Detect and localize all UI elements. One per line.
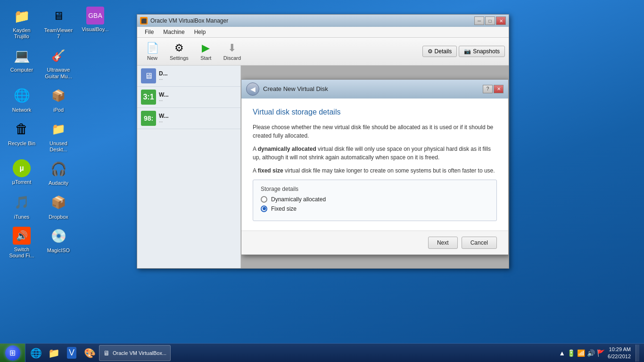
- snapshots-label: Snapshots: [473, 48, 500, 55]
- storage-details-box: Storage details Dynamically allocated Fi…: [253, 180, 497, 221]
- dialog-title-left: ◀ Create New Virtual Disk: [246, 82, 328, 96]
- new-button[interactable]: 📄 New: [141, 40, 164, 63]
- option-dynamic-label: Dynamically allocated: [271, 196, 326, 203]
- titlebar-left: ⬛ Oracle VM VirtualBox Manager: [140, 17, 228, 25]
- vbox-titlebar: ⬛ Oracle VM VirtualBox Manager ─ □ ✕: [137, 15, 509, 27]
- discard-button[interactable]: ⬇ Discard: [219, 40, 245, 63]
- vbox-detail: ◀ Create New Virtual Disk ? ✕ Virtual di…: [241, 66, 509, 268]
- vm-status-3: ···: [159, 119, 169, 124]
- tray-flag-icon: 🚩: [597, 349, 605, 357]
- dialog-close-button[interactable]: ✕: [494, 85, 504, 93]
- menu-machine[interactable]: Machine: [159, 28, 188, 36]
- new-icon: 📄: [146, 42, 159, 54]
- dropbox-icon: 📦: [49, 193, 68, 212]
- windows-orb: ⊞: [5, 346, 20, 361]
- desktop-icon-unused[interactable]: 📁 UnusedDeskt...: [41, 118, 75, 155]
- desktop-icon-label: Audacity: [49, 180, 68, 186]
- vm-icon-1: 🖥: [141, 68, 156, 83]
- maximize-button[interactable]: □: [485, 16, 495, 25]
- vbox-controls: ─ □ ✕: [474, 16, 506, 25]
- desktop-icon-label: iPod: [53, 107, 64, 113]
- vm-list-item-1[interactable]: 🖥 D... ···: [137, 66, 240, 87]
- clock-time: 10:29 AM: [608, 346, 631, 353]
- desktop-icon-label: iTunes: [14, 214, 30, 220]
- switchsound-icon: 🔊: [13, 227, 31, 245]
- desktop-icon-network[interactable]: 🌐 Network: [5, 84, 39, 115]
- start-button[interactable]: ▶ Start: [195, 40, 217, 63]
- dialog-heading: Virtual disk storage details: [253, 108, 497, 116]
- taskbar-ie-button[interactable]: 🌐: [27, 345, 44, 362]
- desktop-icon-computer[interactable]: 💻 Computer: [5, 44, 39, 81]
- dialog-help-button[interactable]: ?: [483, 85, 493, 93]
- desktop-icon-label: µTorrent: [12, 179, 32, 185]
- radio-fixed[interactable]: [261, 206, 267, 212]
- discard-icon: ⬇: [228, 42, 236, 54]
- vm-name-3: W...: [159, 113, 169, 119]
- option-fixed[interactable]: Fixed size: [261, 206, 489, 212]
- desktop-icon-label: UltrawaveGuitar Mu...: [45, 67, 72, 79]
- vm-info-2: W... ···: [159, 91, 169, 103]
- taskbar-vbox-app[interactable]: 🖥 Oracle VM VirtualBox...: [99, 345, 171, 361]
- vbox-toolbar: 📄 New ⚙ Settings ▶ Start ⬇ Discard: [137, 38, 509, 66]
- menu-help[interactable]: Help: [190, 28, 210, 36]
- taskbar-right: ▲ 🔋 📶 🔊 🚩 10:29 AM 6/22/2012: [554, 345, 644, 362]
- desktop-icon-utorrent[interactable]: µ µTorrent: [5, 157, 39, 188]
- clock-date: 6/22/2012: [608, 353, 631, 360]
- desktop-icon-magiciso[interactable]: 💿 MagicISO: [41, 225, 75, 261]
- tray-battery-icon: 🔋: [567, 349, 575, 357]
- radio-dynamic[interactable]: [261, 196, 267, 203]
- toolbar-right: ⚙ Details 📷 Snapshots: [422, 46, 505, 57]
- settings-icon: ⚙: [174, 42, 184, 54]
- dialog-desc1: Please choose whether the new virtual di…: [253, 123, 497, 140]
- vm-name-1: D...: [159, 70, 168, 77]
- settings-button[interactable]: ⚙ Settings: [165, 40, 193, 63]
- details-button[interactable]: ⚙ Details: [422, 46, 457, 57]
- vm-icon-3: 98:: [141, 111, 156, 126]
- taskbar-app-icon: 🖥: [103, 349, 110, 357]
- desktop-icon-label: UnusedDeskt...: [50, 140, 67, 153]
- desktop-icon-switchsound[interactable]: 🔊 SwitchSound Fi...: [5, 225, 39, 261]
- desktop-icon-visualboy[interactable]: GBA VisualBoy...: [78, 5, 112, 41]
- clock-area[interactable]: 10:29 AM 6/22/2012: [608, 346, 631, 360]
- menu-file[interactable]: File: [141, 28, 157, 36]
- dialog-title-text: Create New Virtual Disk: [263, 85, 328, 92]
- desktop-icon-itunes[interactable]: 🎵 iTunes: [5, 191, 39, 222]
- tray-volume-icon[interactable]: 🔊: [587, 349, 595, 357]
- desktop-icon-label: VisualBoy...: [82, 26, 108, 33]
- minimize-button[interactable]: ─: [474, 16, 484, 25]
- vm-list-item-2[interactable]: 3:1 W... ···: [137, 87, 240, 108]
- dialog-titlebar: ◀ Create New Virtual Disk ? ✕: [241, 80, 508, 99]
- dialog-back-button[interactable]: ◀: [246, 82, 259, 96]
- start-button[interactable]: ⊞: [0, 344, 25, 362]
- taskbar-paint-button[interactable]: 🎨: [81, 345, 98, 362]
- taskbar-vbox-button[interactable]: V: [63, 345, 80, 362]
- vm-info-3: W... ···: [159, 113, 169, 124]
- snapshots-button[interactable]: 📷 Snapshots: [459, 46, 505, 57]
- desktop-icon-label: Computer: [10, 67, 33, 73]
- cancel-button[interactable]: Cancel: [462, 237, 497, 249]
- dialog-desc2: A dynamically allocated virtual disk fil…: [253, 145, 497, 162]
- desktop-icon-teamviewer[interactable]: 🖥 TeamViewer7: [41, 5, 75, 41]
- desktop-icon-label: Recycle Bin: [8, 140, 35, 147]
- tray-arrow-icon[interactable]: ▲: [559, 349, 565, 357]
- modal-overlay: ◀ Create New Virtual Disk ? ✕ Virtual di…: [241, 66, 509, 268]
- taskbar-explorer-button[interactable]: 📁: [45, 345, 62, 362]
- desktop-icon-audacity[interactable]: 🎧 Audacity: [41, 157, 75, 188]
- desktop-icon-dropbox[interactable]: 📦 Dropbox: [41, 191, 75, 222]
- computer-icon: 💻: [12, 46, 31, 65]
- magiciso-icon: 💿: [49, 227, 68, 246]
- show-desktop-button[interactable]: [636, 345, 639, 362]
- option-fixed-label: Fixed size: [271, 206, 297, 212]
- desktop-icon-ipod[interactable]: 📦 iPod: [41, 84, 75, 115]
- teamviewer-icon: 🖥: [49, 7, 68, 25]
- option-dynamic[interactable]: Dynamically allocated: [261, 196, 489, 203]
- taskbar-items: 🌐 📁 V 🎨 🖥 Oracle VM VirtualBox...: [25, 345, 554, 362]
- vm-list-item-3[interactable]: 98: W... ···: [137, 108, 240, 129]
- desktop-icon-kayden[interactable]: 📁 Kayden Trujillo: [5, 5, 39, 41]
- close-button[interactable]: ✕: [496, 16, 506, 25]
- desktop-icon-label: TeamViewer7: [44, 27, 73, 40]
- desktop-icon-ultrawave[interactable]: 🎸 UltrawaveGuitar Mu...: [41, 44, 75, 81]
- next-button[interactable]: Next: [428, 237, 458, 249]
- desktop-icon-recycle[interactable]: 🗑 Recycle Bin: [5, 118, 39, 155]
- dialog-footer: Next Cancel: [241, 230, 508, 255]
